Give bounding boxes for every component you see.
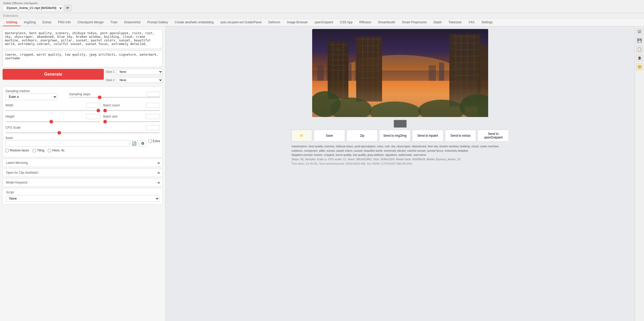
tab-png-info[interactable]: PNG Info	[55, 19, 74, 26]
model-keyword-header[interactable]: Model Keyword ◀	[3, 179, 163, 186]
action-buttons: 📁 Save Zip Send to img2img Send to inpai…	[291, 130, 509, 142]
send-to-inpaint-btn[interactable]: Send to inpaint	[412, 130, 443, 142]
generated-image-svg	[312, 29, 488, 117]
hires-fix-checkbox[interactable]	[48, 149, 51, 152]
width-slider[interactable]	[5, 110, 100, 111]
script-section: Script None	[3, 188, 163, 204]
tab-settings[interactable]: Settings	[478, 19, 496, 26]
clip-aesthetic-header[interactable]: Open for Clip Aesthetic! ◀	[3, 169, 163, 177]
left-panel: masterpiece, best quality, scenery, shib…	[0, 26, 166, 321]
script-select[interactable]: None	[6, 195, 159, 202]
latent-mirroring-label: Latent Mirroring	[6, 161, 28, 165]
clip-aesthetic-label: Open for Clip Aesthetic!	[6, 171, 39, 174]
tab-train[interactable]: Train	[107, 19, 121, 26]
positive-prompt-area: masterpiece, best quality, scenery, shib…	[3, 29, 163, 49]
neg-prompt-resize-handle[interactable]: ⌟	[160, 64, 162, 67]
refresh-checkpoint-btn[interactable]: ⟳	[64, 5, 71, 11]
clip-aesthetic-section: Open for Clip Aesthetic! ◀	[3, 169, 163, 177]
tab-prompt-gallery[interactable]: Prompt Gallery	[144, 19, 171, 26]
tiling-text: Tiling	[37, 149, 44, 152]
tab-auto-sd[interactable]: auto-sd-paint-ext Guide/Panel	[217, 19, 265, 26]
width-value[interactable]: 2048	[86, 103, 100, 108]
image-info-time: Time taken: 1m 45.03s, Torch active/rese…	[291, 162, 509, 166]
batch-count-label: Batch count	[103, 104, 129, 107]
restore-faces-text: Restore faces	[10, 149, 29, 152]
batch-count-slider[interactable]	[103, 110, 160, 111]
batch-count-value[interactable]: 1	[146, 103, 160, 108]
copy-icon-btn[interactable]: 📋	[636, 46, 643, 53]
hires-fix-label: Hires. fix	[48, 149, 64, 152]
checkpoint-dropdown[interactable]: Elysium_Anime_V2.ckpt [6b508e59]	[3, 5, 63, 11]
seed-label: Seed	[5, 136, 146, 140]
tab-deforum[interactable]: Deforum	[265, 19, 283, 26]
tab-txt2img[interactable]: txt2img	[3, 19, 20, 26]
negative-label: Negative prompt:	[291, 153, 313, 156]
style1-select[interactable]: None	[117, 69, 163, 75]
tiling-label: Tiling	[33, 149, 44, 152]
negative-prompt-area: lowres, cropped, worst quality, low qual…	[3, 50, 163, 67]
tab-checkpoint-merger[interactable]: Checkpoint Merger	[74, 19, 107, 26]
face-icon-btn[interactable]: 🙂	[636, 63, 643, 70]
send-to-img2img-btn[interactable]: Send to img2img	[379, 130, 411, 142]
tiling-checkbox[interactable]	[33, 149, 36, 152]
restore-faces-checkbox[interactable]	[5, 149, 9, 152]
positive-prompt-input[interactable]: masterpiece, best quality, scenery, shib…	[3, 29, 163, 48]
sampling-steps-slider[interactable]	[69, 97, 160, 98]
model-keyword-arrow: ◀	[157, 181, 159, 184]
tab-img2img[interactable]: img2img	[21, 19, 39, 26]
style2-select[interactable]: None	[117, 77, 163, 83]
tab-image-browser[interactable]: Image Browser	[284, 19, 311, 26]
latent-mirroring-header[interactable]: Latent Mirroring ◀	[3, 159, 163, 167]
seed-recycle-btn[interactable]: ♻	[139, 140, 146, 147]
send-to-extras-btn[interactable]: Send to extras	[445, 130, 476, 142]
save-btn[interactable]: Save	[314, 130, 345, 142]
right-sidebar: ☑ 💾 📋 🗑 🙂	[635, 26, 644, 321]
tab-dreambooth[interactable]: Dreambooth	[375, 19, 398, 26]
height-label: Height	[5, 115, 31, 118]
sampling-method-select[interactable]: Euler a	[5, 93, 57, 100]
image-thumbnail[interactable]	[394, 120, 407, 128]
image-info-steps: Steps: 50, Sampler: Euler a, CFG scale: …	[291, 157, 509, 162]
clipboard-check-icon-btn[interactable]: ☑	[636, 28, 643, 35]
extra-checkbox[interactable]	[148, 140, 152, 143]
checkpoint-select-row: Elysium_Anime_V2.ckpt [6b508e59] ⟳	[3, 5, 71, 11]
send-to-openoutpaint-btn[interactable]: Send to openOutpaint	[478, 130, 509, 142]
tab-riffusion[interactable]: Riffusion	[356, 19, 374, 26]
height-value[interactable]: 1024	[86, 114, 100, 119]
prompt-resize-handle[interactable]: ⌟	[160, 45, 162, 48]
tab-create-aesthetic[interactable]: Create aesthetic embedding	[172, 19, 217, 26]
cfg-scale-value[interactable]: 11	[146, 125, 160, 130]
style1-row: Style 1 None	[106, 69, 163, 75]
tab-depth[interactable]: Depth	[430, 19, 445, 26]
tab-tokenizer[interactable]: Tokenizer	[445, 19, 465, 26]
height-slider[interactable]	[5, 121, 100, 122]
generate-button[interactable]: Generate	[3, 69, 104, 80]
main-layout: masterpiece, best quality, scenery, shib…	[0, 26, 644, 321]
generated-image-container	[312, 29, 488, 118]
sampling-steps-slider-container	[69, 97, 160, 98]
zip-btn[interactable]: Zip	[347, 130, 378, 142]
save-icon-btn[interactable]: 💾	[636, 37, 643, 44]
seed-input[interactable]: 3661653901	[5, 140, 129, 147]
negative-prompt-input[interactable]: lowres, cropped, worst quality, low qual…	[3, 51, 163, 66]
style1-label: Style 1	[106, 70, 115, 73]
folder-btn[interactable]: 📁	[291, 130, 312, 142]
extensions-label: Extensions	[3, 14, 18, 18]
tab-smart-preprocess[interactable]: Smart Preprocess	[399, 19, 430, 26]
image-info-positive: masterpiece, best quality, scenery, shib…	[291, 144, 509, 153]
extra-checkbox-label: Extra	[148, 139, 160, 143]
tab-css-app[interactable]: CSS App	[337, 19, 356, 26]
tab-vxa[interactable]: VXA	[465, 19, 478, 26]
batch-size-value[interactable]: 1	[146, 114, 160, 119]
tab-openoutpaint[interactable]: openOutpaint	[311, 19, 336, 26]
script-label: Script	[6, 191, 159, 194]
right-panel: 📁 Save Zip Send to img2img Send to inpai…	[166, 26, 635, 321]
seed-random-btn[interactable]: 🔄	[130, 140, 138, 147]
tab-extras[interactable]: Extras	[39, 19, 54, 26]
restore-faces-label: Restore faces	[5, 149, 29, 152]
cfg-scale-slider[interactable]	[5, 132, 160, 133]
trash-icon-btn[interactable]: 🗑	[636, 54, 643, 62]
batch-size-slider[interactable]	[103, 121, 160, 122]
tab-dreamartist[interactable]: DreamArtist	[121, 19, 144, 26]
extra-label: Extra	[153, 139, 160, 143]
